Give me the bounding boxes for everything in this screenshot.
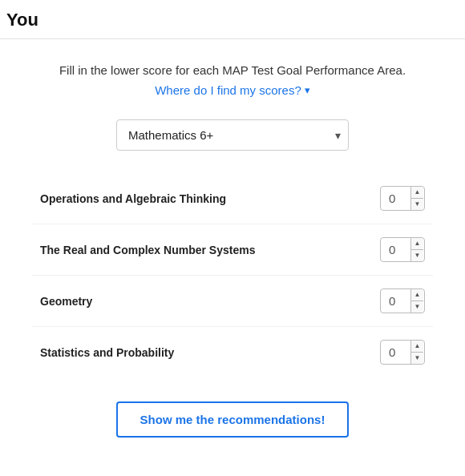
- subject-select-wrapper: Mathematics 6+ Mathematics K-2 Reading L…: [116, 119, 349, 151]
- spinner-buttons: ▲▼: [410, 187, 423, 210]
- chevron-down-icon: ▾: [305, 84, 310, 96]
- page-header: You: [0, 0, 465, 39]
- main-content: Fill in the lower score for each MAP Tes…: [0, 39, 465, 454]
- page-title: You: [6, 10, 452, 30]
- score-label: Geometry: [40, 295, 380, 308]
- scores-table: Operations and Algebraic Thinking▲▼The R…: [32, 173, 433, 377]
- table-row: Geometry▲▼: [32, 276, 433, 327]
- spinner-up-button[interactable]: ▲: [411, 187, 423, 199]
- score-input-wrapper: ▲▼: [380, 186, 425, 211]
- spinner-up-button[interactable]: ▲: [411, 289, 423, 301]
- score-label: Statistics and Probability: [40, 346, 380, 359]
- spinner-buttons: ▲▼: [410, 238, 423, 261]
- spinner-down-button[interactable]: ▼: [411, 250, 423, 261]
- spinner-up-button[interactable]: ▲: [411, 238, 423, 250]
- score-label: The Real and Complex Number Systems: [40, 244, 380, 256]
- score-label: Operations and Algebraic Thinking: [40, 192, 380, 205]
- table-row: Operations and Algebraic Thinking▲▼: [32, 173, 433, 224]
- subject-select[interactable]: Mathematics 6+ Mathematics K-2 Reading L…: [116, 119, 349, 151]
- score-input-wrapper: ▲▼: [380, 288, 425, 313]
- instruction-text: Fill in the lower score for each MAP Tes…: [59, 63, 406, 77]
- spinner-buttons: ▲▼: [410, 289, 423, 313]
- spinner-down-button[interactable]: ▼: [411, 301, 423, 313]
- spinner-up-button[interactable]: ▲: [411, 341, 423, 353]
- table-row: The Real and Complex Number Systems▲▼: [32, 224, 433, 276]
- spinner-buttons: ▲▼: [410, 341, 423, 364]
- spinner-down-button[interactable]: ▼: [411, 199, 423, 210]
- spinner-down-button[interactable]: ▼: [411, 353, 423, 364]
- score-input-wrapper: ▲▼: [380, 237, 425, 262]
- table-row: Statistics and Probability▲▼: [32, 327, 433, 377]
- recommendations-button[interactable]: Show me the recommendations!: [116, 401, 350, 438]
- score-input-wrapper: ▲▼: [380, 340, 425, 365]
- find-scores-link[interactable]: Where do I find my scores? ▾: [155, 83, 310, 97]
